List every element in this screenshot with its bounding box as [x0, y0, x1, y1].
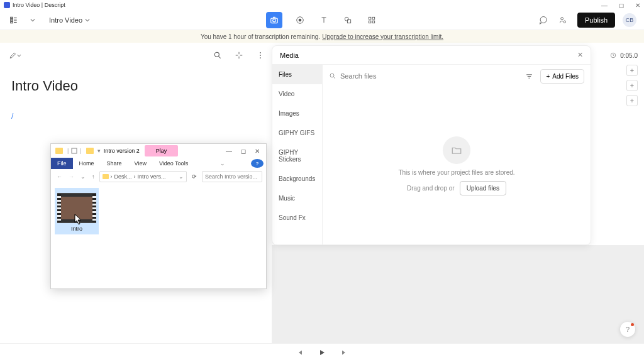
svg-point-19	[260, 55, 261, 56]
media-cat-soundfx[interactable]: Sound Fx	[272, 208, 322, 228]
breadcrumb[interactable]: › Desk... › Intro vers... ⌄	[99, 171, 187, 182]
project-selector[interactable]: Intro Video	[45, 14, 94, 26]
add-track-button-2[interactable]: +	[626, 80, 638, 91]
window-title: Intro Video | Descript	[13, 2, 65, 8]
svg-point-7	[273, 19, 276, 22]
nav-recent-icon[interactable]: ⌄	[79, 173, 87, 180]
media-cat-images[interactable]: Images	[272, 104, 322, 123]
shapes-icon[interactable]	[341, 14, 354, 26]
win-minimize-icon[interactable]: —	[601, 2, 608, 9]
file-item-intro[interactable]: Intro	[55, 188, 99, 234]
project-name: Intro Video	[49, 16, 82, 24]
explorer-tab-file[interactable]: File	[51, 158, 73, 169]
clock-icon	[610, 52, 616, 58]
svg-rect-13	[372, 17, 375, 19]
svg-point-20	[260, 57, 261, 58]
svg-rect-14	[369, 21, 371, 23]
pen-icon[interactable]	[9, 49, 21, 62]
app-icon	[4, 2, 10, 8]
more-icon[interactable]	[254, 49, 267, 62]
explorer-title: Intro version 2	[104, 148, 140, 154]
sparkle-icon[interactable]	[233, 49, 245, 62]
svg-rect-1	[11, 19, 13, 20]
folder-icon	[55, 148, 63, 154]
nav-forward-icon[interactable]: →	[67, 173, 76, 180]
explorer-search-input[interactable]	[205, 173, 259, 180]
folder-icon	[103, 174, 109, 179]
grid-icon[interactable]	[365, 14, 378, 26]
media-empty-text: This is where your project files are sto…	[398, 169, 514, 176]
nav-up-icon[interactable]: ↑	[90, 173, 97, 180]
nav-back-icon[interactable]: ←	[55, 173, 64, 180]
explorer-play-tab[interactable]: Play	[145, 145, 179, 156]
camera-icon[interactable]	[266, 12, 282, 28]
explorer-tab-view[interactable]: View	[128, 158, 153, 169]
media-cat-giphy-gifs[interactable]: GIPHY GIFS	[272, 123, 322, 143]
dropdown-icon[interactable]	[26, 14, 39, 26]
win-maximize-icon[interactable]: ◻	[619, 2, 624, 9]
add-track-button-3[interactable]: +	[626, 95, 638, 106]
explorer-close-icon[interactable]: ✕	[255, 148, 260, 155]
filter-icon[interactable]	[523, 70, 535, 82]
upload-files-button[interactable]: Upload files	[460, 181, 506, 195]
svg-point-22	[330, 74, 334, 77]
explorer-minimize-icon[interactable]: —	[226, 148, 232, 155]
publish-button[interactable]: Publish	[577, 13, 615, 28]
svg-point-18	[260, 52, 261, 53]
explorer-tab-share[interactable]: Share	[101, 158, 128, 169]
notice-text: You have 1 hour of transcription remaini…	[201, 33, 320, 40]
svg-rect-0	[11, 17, 13, 18]
svg-rect-15	[372, 21, 375, 23]
svg-point-17	[214, 52, 219, 57]
media-drop-text: Drag and drop or	[407, 185, 455, 192]
play-icon[interactable]	[318, 348, 326, 359]
explorer-maximize-icon[interactable]: ◻	[241, 148, 246, 155]
media-cat-backgrounds[interactable]: Backgrounds	[272, 169, 322, 189]
share-icon[interactable]	[557, 14, 570, 26]
avatar[interactable]: CB	[623, 13, 636, 27]
svg-rect-2	[11, 21, 13, 23]
win-close-icon[interactable]: ✕	[635, 2, 640, 9]
svg-point-16	[561, 18, 564, 20]
media-search-input[interactable]	[340, 72, 518, 80]
notice-link[interactable]: Upgrade to increase your transcription l…	[322, 33, 443, 40]
page-title: Intro Video	[11, 78, 260, 94]
folder-icon	[443, 136, 470, 164]
svg-rect-26	[72, 148, 77, 153]
media-cat-video[interactable]: Video	[272, 84, 322, 104]
help-bubble[interactable]: ?	[620, 322, 635, 337]
search-icon[interactable]	[211, 49, 224, 62]
record-icon[interactable]	[294, 14, 306, 26]
media-title: Media	[280, 52, 299, 59]
folder-icon	[86, 148, 94, 154]
media-cat-files[interactable]: Files	[272, 65, 322, 84]
refresh-icon[interactable]: ⟳	[189, 173, 199, 180]
svg-point-10	[345, 17, 348, 21]
media-cat-music[interactable]: Music	[272, 189, 322, 208]
add-files-button[interactable]: +Add Files	[540, 69, 584, 84]
comment-icon[interactable]	[537, 14, 550, 26]
menu-icon[interactable]	[8, 14, 20, 26]
duration-label: 0:05.0	[620, 52, 638, 59]
svg-point-9	[299, 18, 302, 21]
search-icon	[329, 72, 336, 80]
ribbon-collapse-icon[interactable]: ⌄	[214, 158, 231, 169]
svg-rect-12	[369, 17, 371, 19]
text-icon[interactable]	[318, 14, 330, 26]
media-cat-giphy-stickers[interactable]: GIPHY Stickers	[272, 143, 322, 169]
mouse-cursor	[74, 214, 83, 225]
skip-back-icon[interactable]	[296, 348, 303, 359]
media-close-icon[interactable]: ✕	[577, 51, 583, 59]
editor-caret[interactable]: /	[11, 112, 260, 121]
explorer-tab-home[interactable]: Home	[73, 158, 101, 169]
explorer-tab-videotools[interactable]: Video Tools	[153, 158, 194, 169]
media-panel: Media ✕ Files Video Images GIPHY GIFS GI…	[272, 45, 591, 245]
skip-forward-icon[interactable]	[341, 348, 348, 359]
checkbox-icon[interactable]	[71, 148, 77, 154]
add-track-button-1[interactable]: +	[626, 65, 638, 76]
file-label: Intro	[56, 226, 97, 232]
help-icon[interactable]: ?	[251, 159, 264, 168]
